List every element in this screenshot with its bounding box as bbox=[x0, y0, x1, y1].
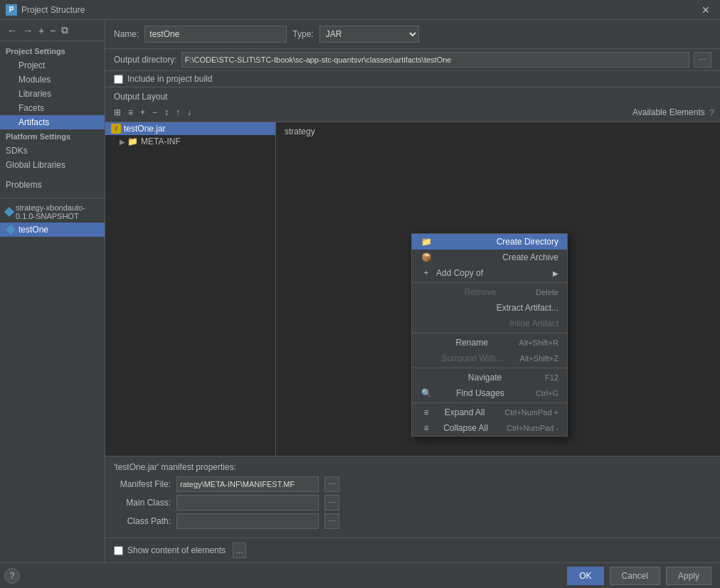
show-content-more-button[interactable]: ... bbox=[233, 542, 246, 558]
find-usages-icon: 🔍 bbox=[420, 388, 432, 398]
output-dir-row: Output directory: ⋯ bbox=[105, 49, 720, 71]
project-icon bbox=[6, 60, 16, 70]
manifest-section: 'testOne.jar' manifest properties: Manif… bbox=[105, 456, 720, 538]
jar-icon: J bbox=[111, 124, 121, 134]
sidebar-item-libraries[interactable]: Libraries bbox=[0, 87, 105, 101]
show-content-row: Show content of elements ... bbox=[105, 538, 720, 562]
chevron-icon: ▶ bbox=[120, 138, 125, 146]
ctx-collapse-all[interactable]: ≡ Collapse All Ctrl+NumPad - bbox=[412, 420, 567, 436]
ctx-surround-with: Surround With... Alt+Shift+Z bbox=[412, 351, 567, 366]
main-class-label: Main Class: bbox=[114, 498, 171, 508]
right-panel: Name: Type: JAR Output directory: ⋯ Incl… bbox=[105, 20, 720, 562]
ctx-navigate[interactable]: Navigate F12 bbox=[412, 370, 567, 385]
type-select[interactable]: JAR bbox=[319, 26, 419, 43]
layout-bar-button[interactable]: ≡ bbox=[125, 105, 136, 120]
layout-show-button[interactable]: ⊞ bbox=[111, 105, 124, 120]
include-checkbox[interactable] bbox=[114, 75, 123, 84]
layout-down-button[interactable]: ↓ bbox=[184, 105, 194, 120]
sidebar-tree: Project Settings Project Modules Librari… bbox=[0, 41, 105, 240]
layout-add-button[interactable]: + bbox=[137, 105, 148, 120]
artifact-entry-1[interactable]: strategy-xbondauto-0.1.0-SNAPSHOT bbox=[0, 201, 105, 223]
modules-icon bbox=[6, 75, 16, 85]
apply-button[interactable]: Apply bbox=[666, 567, 711, 585]
manifest-file-label: Manifest File: bbox=[114, 479, 171, 489]
ctx-create-archive[interactable]: 📦 Create Archive bbox=[412, 250, 567, 265]
platform-settings-label: Platform Settings bbox=[0, 129, 105, 144]
layout-sort-button[interactable]: ↕ bbox=[162, 105, 171, 120]
manifest-file-row: Manifest File: ⋯ bbox=[114, 476, 711, 492]
output-dir-label: Output directory: bbox=[114, 55, 177, 65]
project-settings-label: Project Settings bbox=[0, 44, 105, 58]
sidebar-item-sdks[interactable]: SDKs bbox=[0, 144, 105, 158]
libraries-icon bbox=[6, 89, 16, 99]
content-area: ← → + − ⧉ Project Settings Project Modul… bbox=[0, 20, 720, 562]
available-elements-label: Available Elements bbox=[632, 107, 705, 117]
title-bar-text: Project Structure bbox=[21, 5, 85, 15]
output-layout-section: Output Layout ⊞ ≡ + − ↕ ↑ ↓ Available El… bbox=[105, 87, 720, 562]
ctx-sep-2 bbox=[412, 333, 567, 333]
expand-all-icon: ≡ bbox=[420, 407, 432, 417]
ctx-create-directory[interactable]: 📁 Create Directory bbox=[412, 234, 567, 250]
show-content-checkbox[interactable] bbox=[114, 546, 123, 555]
nav-forward-button[interactable]: → bbox=[20, 25, 36, 36]
folder-create-icon: 📁 bbox=[420, 237, 432, 247]
ctx-inline-artifact: Inline Artifact bbox=[412, 316, 567, 331]
artifacts-icon bbox=[6, 117, 16, 127]
ctx-sep-3 bbox=[412, 368, 567, 368]
available-item-strategy[interactable]: strategy bbox=[279, 125, 717, 138]
layout-remove-button[interactable]: − bbox=[149, 105, 160, 120]
sidebar-remove-button[interactable]: − bbox=[47, 25, 58, 36]
sidebar-copy-button[interactable]: ⧉ bbox=[58, 24, 71, 36]
sidebar-item-artifacts[interactable]: Artifacts bbox=[0, 115, 105, 129]
help-icon: ? bbox=[709, 107, 714, 118]
context-menu: 📁 Create Directory 📦 Create Archive + Ad… bbox=[411, 233, 568, 437]
layout-up-button[interactable]: ↑ bbox=[173, 105, 183, 120]
class-path-row: Class Path: ⋯ bbox=[114, 513, 711, 529]
ctx-remove: Remove Delete bbox=[412, 284, 567, 300]
name-input[interactable] bbox=[144, 26, 287, 43]
artifact-entry-2[interactable]: testOne bbox=[0, 223, 105, 237]
sidebar: ← → + − ⧉ Project Settings Project Modul… bbox=[0, 20, 105, 562]
ctx-sep-1 bbox=[412, 282, 567, 283]
sidebar-item-modules[interactable]: Modules bbox=[0, 73, 105, 87]
class-path-input[interactable] bbox=[176, 513, 319, 529]
ctx-extract-artifact[interactable]: Extract Artifact... bbox=[412, 300, 567, 316]
main-class-browse-button[interactable]: ⋯ bbox=[324, 495, 339, 511]
sidebar-item-global-libraries[interactable]: Global Libraries bbox=[0, 158, 105, 172]
sidebar-item-problems[interactable]: Problems bbox=[0, 178, 105, 192]
submenu-arrow: ▶ bbox=[553, 269, 558, 277]
class-path-label: Class Path: bbox=[114, 516, 171, 526]
cancel-button[interactable]: Cancel bbox=[610, 567, 660, 585]
ctx-find-usages[interactable]: 🔍 Find Usages Ctrl+G bbox=[412, 385, 567, 401]
show-content-label: Show content of elements bbox=[127, 545, 226, 555]
nav-back-button[interactable]: ← bbox=[4, 25, 20, 36]
ctx-add-copy-of[interactable]: + Add Copy of ▶ bbox=[412, 265, 567, 281]
sidebar-item-project[interactable]: Project bbox=[0, 58, 105, 73]
archive-icon: 📦 bbox=[420, 252, 432, 262]
sidebar-item-facets[interactable]: Facets bbox=[0, 101, 105, 115]
ctx-expand-all[interactable]: ≡ Expand All Ctrl+NumPad + bbox=[412, 405, 567, 420]
help-button[interactable]: ? bbox=[4, 568, 20, 584]
close-button[interactable]: ✕ bbox=[697, 3, 714, 17]
sidebar-add-button[interactable]: + bbox=[36, 25, 47, 36]
output-layout-toolbar: ⊞ ≡ + − ↕ ↑ ↓ Available Elements ? bbox=[105, 103, 720, 122]
diamond-icon-2 bbox=[6, 225, 16, 235]
manifest-file-browse-button[interactable]: ⋯ bbox=[324, 476, 339, 492]
include-label: Include in project build bbox=[127, 74, 212, 84]
folder-icon: 📁 bbox=[127, 137, 138, 146]
manifest-title: 'testOne.jar' manifest properties: bbox=[114, 462, 711, 472]
output-dir-input[interactable] bbox=[181, 52, 689, 68]
manifest-file-input[interactable] bbox=[176, 476, 319, 492]
tree-item-jar[interactable]: J testOne.jar bbox=[105, 122, 275, 135]
sidebar-toolbar: ← → + − ⧉ bbox=[0, 20, 105, 41]
main-class-input[interactable] bbox=[176, 495, 319, 511]
output-dir-browse-button[interactable]: ⋯ bbox=[694, 52, 711, 68]
ok-button[interactable]: OK bbox=[567, 567, 603, 585]
class-path-browse-button[interactable]: ⋯ bbox=[324, 513, 339, 529]
ctx-sep-4 bbox=[412, 402, 567, 403]
app-icon: P bbox=[6, 4, 17, 16]
add-copy-icon: + bbox=[420, 268, 432, 278]
tree-item-meta-inf[interactable]: ▶ 📁 META-INF bbox=[105, 135, 275, 148]
ctx-rename[interactable]: Rename Alt+Shift+R bbox=[412, 335, 567, 351]
name-label: Name: bbox=[114, 29, 139, 39]
